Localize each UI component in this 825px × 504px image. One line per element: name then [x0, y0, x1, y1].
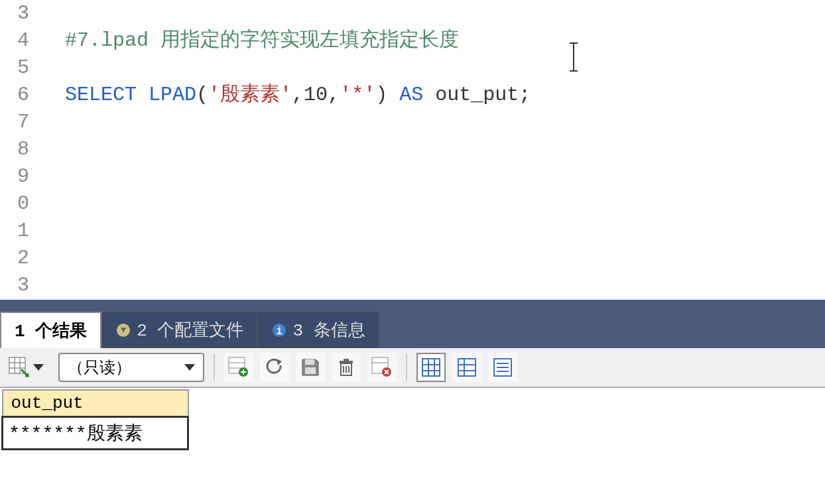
refresh-icon — [263, 356, 286, 379]
tab-profiles[interactable]: 2 个配置文件 — [101, 312, 257, 348]
refresh-button[interactable] — [260, 353, 289, 382]
line-number: 3 — [0, 0, 29, 27]
line-number: 9 — [0, 163, 29, 190]
svg-rect-16 — [344, 359, 349, 361]
line-number: 3 — [0, 272, 29, 299]
chevron-down-icon — [33, 364, 44, 371]
tab-results[interactable]: 1 个结果 — [0, 312, 101, 348]
sql-paren: ( — [196, 84, 208, 106]
svg-rect-23 — [422, 359, 440, 376]
tab-messages[interactable]: i 3 条信息 — [257, 312, 379, 348]
sql-lpad: LPAD — [149, 84, 196, 106]
sql-paren: ) — [375, 84, 387, 106]
line-number-gutter: 3 4 5 6 7 8 9 0 1 2 3 — [0, 0, 40, 300]
tab-label: 3 条信息 — [292, 318, 365, 342]
info-icon: i — [271, 322, 287, 338]
svg-rect-28 — [458, 359, 476, 376]
code-editor[interactable]: #7.lpad 用指定的字符实现左填充指定长度 SELECT LPAD('殷素素… — [40, 0, 825, 300]
text-cursor — [573, 44, 574, 70]
sql-comma: , — [292, 84, 304, 106]
sql-alias: out_put — [435, 84, 519, 106]
line-number: 4 — [0, 27, 29, 54]
sql-select: SELECT — [65, 84, 137, 106]
sql-as: AS — [399, 84, 423, 106]
svg-rect-15 — [340, 361, 353, 363]
trash-icon — [336, 357, 357, 378]
code-comment: #7.lpad 用指定的字符实现左填充指定长度 — [65, 29, 459, 52]
line-number: 5 — [0, 54, 29, 82]
cancel-button[interactable] — [367, 353, 397, 382]
delete-button[interactable] — [332, 353, 361, 382]
results-grid: out_put *******殷素素 — [0, 388, 825, 452]
export-dropdown-button[interactable] — [5, 353, 52, 382]
form-view-icon — [457, 357, 477, 377]
readonly-select[interactable]: （只读） — [58, 353, 204, 382]
sql-string: '殷素素' — [208, 84, 292, 106]
results-tabs: 1 个结果 2 个配置文件 i 3 条信息 — [0, 302, 825, 348]
add-row-button[interactable] — [224, 353, 253, 382]
results-toolbar: （只读） — [0, 348, 825, 388]
svg-text:i: i — [277, 326, 283, 338]
line-number: 0 — [0, 190, 29, 218]
chevron-down-icon — [184, 364, 195, 371]
tab-label: 2 个配置文件 — [137, 318, 243, 342]
separator — [406, 354, 407, 381]
form-view-button[interactable] — [452, 353, 481, 382]
text-view-icon — [493, 357, 513, 377]
grid-cancel-icon — [371, 356, 393, 379]
line-number: 7 — [0, 109, 29, 136]
save-icon — [300, 357, 321, 378]
line-number: 8 — [0, 136, 29, 163]
sql-number: 10 — [304, 84, 328, 106]
column-header[interactable]: out_put — [3, 390, 188, 417]
readonly-label: （只读） — [68, 357, 131, 378]
grid-export-icon — [8, 356, 31, 379]
line-number: 1 — [0, 218, 29, 245]
svg-rect-13 — [305, 367, 316, 374]
text-view-button[interactable] — [488, 353, 517, 382]
sql-semi: ; — [519, 84, 531, 106]
sql-comma: , — [328, 84, 340, 106]
line-number: 2 — [0, 245, 29, 272]
profile-icon — [115, 322, 131, 338]
sql-string: '*' — [340, 84, 375, 106]
grid-view-icon — [421, 357, 441, 377]
result-cell[interactable]: *******殷素素 — [3, 417, 188, 450]
save-button[interactable] — [296, 353, 325, 382]
editor-area: 3 4 5 6 7 8 9 0 1 2 3 #7.lpad 用指定的字符实现左填… — [0, 0, 825, 302]
result-table: out_put *******殷素素 — [1, 389, 189, 450]
table-row[interactable]: *******殷素素 — [3, 417, 188, 450]
line-number: 6 — [0, 82, 29, 109]
grid-view-button[interactable] — [416, 353, 446, 382]
tab-label: 1 个结果 — [15, 319, 87, 342]
separator — [214, 354, 215, 381]
grid-add-icon — [227, 356, 250, 379]
svg-rect-12 — [305, 359, 314, 365]
